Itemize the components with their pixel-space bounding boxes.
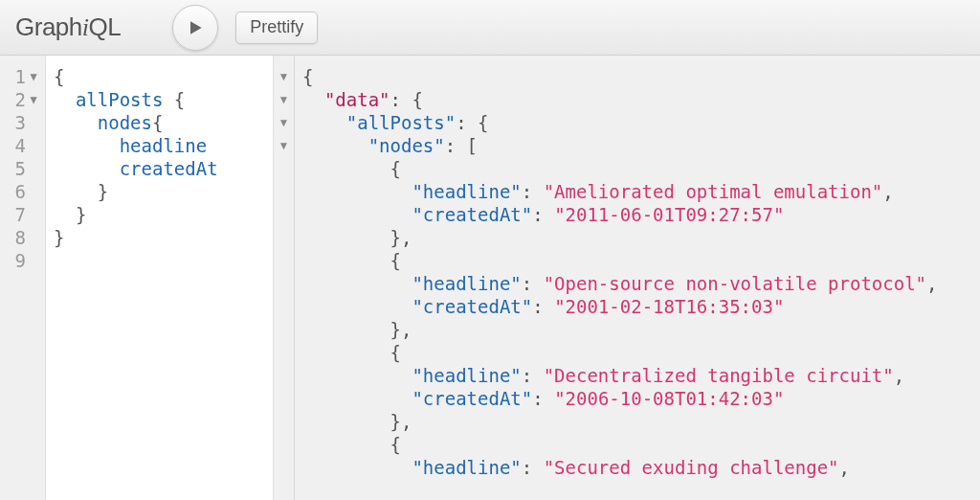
logo-text-suffix: QL — [89, 12, 122, 41]
result-body[interactable]: { "data": { "allPosts": { "nodes": [ { "… — [295, 56, 980, 500]
gutter-line: 5 — [0, 157, 45, 180]
editor-gutter: 1▼2▼3456789 — [0, 56, 46, 500]
gutter-line: 7 — [0, 203, 45, 226]
fold-arrow-icon[interactable]: ▼ — [28, 88, 39, 111]
toolbar: GraphiQL Prettify — [0, 0, 980, 56]
line-number: 7 — [15, 203, 26, 226]
line-number: 2 — [15, 88, 26, 111]
logo-text-prefix: Graph — [15, 12, 82, 41]
gutter-line: 3 — [0, 111, 45, 134]
gutter-line: 9 — [0, 249, 45, 272]
line-number: 6 — [15, 180, 26, 203]
line-number: 4 — [15, 134, 26, 157]
editor-body[interactable]: { allPosts { nodes{ headline createdAt }… — [46, 56, 273, 500]
run-button[interactable] — [172, 5, 218, 51]
result-fold-strip: ▼▼▼▼ — [273, 56, 294, 500]
play-icon — [186, 18, 205, 37]
gutter-line: 2▼ — [0, 88, 45, 111]
prettify-button[interactable]: Prettify — [235, 11, 318, 44]
fold-arrow-icon[interactable]: ▼ — [274, 134, 294, 157]
fold-arrow-icon[interactable]: ▼ — [274, 111, 294, 134]
line-number: 9 — [15, 249, 26, 272]
fold-arrow-icon[interactable]: ▼ — [28, 65, 39, 88]
gutter-line: 4 — [0, 134, 45, 157]
logo-text-i: i — [82, 13, 89, 41]
main-area: 1▼2▼3456789 { allPosts { nodes{ headline… — [0, 56, 980, 500]
line-number: 5 — [15, 157, 26, 180]
fold-arrow-icon[interactable]: ▼ — [274, 65, 294, 88]
line-number: 1 — [15, 65, 26, 88]
fold-arrow-icon[interactable]: ▼ — [274, 88, 294, 111]
result-pane: { "data": { "allPosts": { "nodes": [ { "… — [295, 56, 980, 500]
app-logo: GraphiQL — [15, 12, 121, 42]
line-number: 3 — [15, 111, 26, 134]
line-number: 8 — [15, 226, 26, 249]
query-editor[interactable]: 1▼2▼3456789 { allPosts { nodes{ headline… — [0, 56, 295, 500]
gutter-line: 6 — [0, 180, 45, 203]
gutter-line: 8 — [0, 226, 45, 249]
gutter-line: 1▼ — [0, 65, 45, 88]
